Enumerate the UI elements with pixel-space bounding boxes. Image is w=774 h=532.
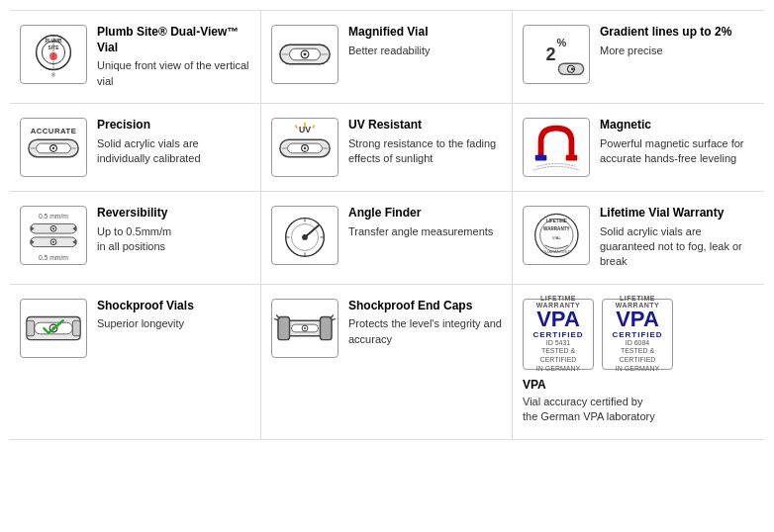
- feature-plumb-site: PLUMB SITE ® Plumb Site® Dual-View™ Vial…: [10, 11, 261, 104]
- vpa-desc: Vial accuracy certified by the German VP…: [523, 395, 754, 425]
- reversibility-icon: 0.5 mm/m 0.5 mm/m: [20, 206, 87, 265]
- svg-point-73: [304, 327, 306, 329]
- angle-desc: Transfer angle measurements: [348, 224, 502, 239]
- feature-vpa: LIFETIMEWARRANTY VPA CERTIFIED ID 5431 T…: [513, 285, 764, 440]
- caps-icon: [271, 299, 339, 358]
- vpa-badge2-logo: VPA: [616, 309, 659, 330]
- vpa-badge2-bottom: TESTED & CERTIFIEDIN GERMANY: [607, 346, 668, 373]
- lifetime-title: Lifetime Vial Warranty: [600, 206, 754, 222]
- reversibility-text: Reversibility Up to 0.5mm/m in all posit…: [97, 206, 250, 254]
- svg-rect-70: [320, 316, 332, 339]
- svg-point-11: [304, 53, 307, 56]
- gradient-text: Gradient lines up to 2% More precise: [600, 25, 754, 58]
- magnetic-icon: [523, 118, 590, 177]
- svg-text:GUARANTEED: GUARANTEED: [542, 249, 571, 254]
- magnified-title: Magnified Vial: [348, 25, 502, 41]
- magnified-desc: Better readability: [348, 44, 502, 58]
- svg-text:VIAL: VIAL: [551, 235, 561, 240]
- svg-point-42: [52, 241, 54, 243]
- svg-rect-66: [27, 320, 35, 335]
- svg-text:WARRANTY: WARRANTY: [543, 226, 569, 231]
- caps-desc: Protects the level's integrity and accur…: [348, 316, 502, 347]
- vpa-badge1-logo: VPA: [536, 309, 580, 330]
- caps-text: Shockproof End Caps Protects the level's…: [348, 299, 502, 347]
- shockproof-icon: [20, 299, 87, 358]
- svg-text:SITE: SITE: [48, 45, 60, 50]
- feature-magnetic: Magnetic Powerful magnetic surface for a…: [513, 104, 764, 192]
- svg-rect-34: [535, 155, 547, 161]
- percent-sign: %: [557, 37, 567, 48]
- uv-desc: Strong resistance to the fading effects …: [348, 136, 502, 167]
- vpa-badge-2: LIFETIMEWARRANTY VPA CERTIFIED ID 6084 T…: [602, 299, 673, 370]
- feature-uv: UV UV Resistant Strong resistance to the…: [261, 104, 513, 192]
- precision-desc: Solid acrylic vials are individually cal…: [97, 136, 250, 167]
- precision-text: Precision Solid acrylic vials are indivi…: [97, 118, 250, 166]
- svg-text:0.5 mm/m: 0.5 mm/m: [39, 213, 68, 220]
- feature-reversibility: 0.5 mm/m 0.5 mm/m Reversibility Up to 0.…: [10, 192, 261, 285]
- svg-text:0.5 mm/m: 0.5 mm/m: [39, 254, 68, 261]
- lifetime-desc: Solid acrylic vials are guaranteed not t…: [600, 224, 754, 270]
- angle-text: Angle Finder Transfer angle measurements: [348, 206, 502, 239]
- feature-caps: Shockproof End Caps Protects the level's…: [261, 285, 513, 440]
- svg-point-16: [571, 68, 574, 71]
- vpa-badge1-certified: CERTIFIED: [532, 330, 583, 339]
- gradient-icon: 2 %: [523, 25, 590, 84]
- feature-angle: Angle Finder Transfer angle measurements: [261, 192, 513, 285]
- svg-point-51: [302, 234, 308, 240]
- plumb-site-desc: Unique front view of the vertical vial: [97, 58, 250, 89]
- magnetic-desc: Powerful magnetic surface for accurate h…: [600, 136, 754, 167]
- precision-title: Precision: [97, 118, 250, 133]
- caps-title: Shockproof End Caps: [348, 299, 502, 314]
- reversibility-desc: Up to 0.5mm/m in all positions: [97, 224, 250, 255]
- vpa-badge-1: LIFETIMEWARRANTY VPA CERTIFIED ID 5431 T…: [523, 299, 594, 370]
- vpa-label: VPA: [523, 378, 754, 392]
- plumb-site-icon: PLUMB SITE ®: [20, 25, 87, 84]
- svg-text:LIFETIME: LIFETIME: [546, 219, 567, 223]
- lifetime-text: Lifetime Vial Warranty Solid acrylic via…: [600, 206, 754, 270]
- gradient-desc: More precise: [600, 44, 754, 58]
- precision-icon: ACCURATE: [20, 118, 87, 177]
- feature-gradient: 2 % Gradient lines up to 2% More precise: [513, 11, 764, 104]
- svg-point-28: [304, 147, 306, 149]
- svg-rect-69: [278, 316, 290, 339]
- plumb-site-text: Plumb Site® Dual-View™ Vial Unique front…: [97, 25, 250, 89]
- vpa-badges: LIFETIMEWARRANTY VPA CERTIFIED ID 5431 T…: [523, 299, 754, 370]
- svg-line-33: [295, 126, 297, 129]
- vpa-badge2-certified: CERTIFIED: [612, 330, 662, 339]
- svg-point-21: [52, 147, 54, 149]
- feature-lifetime: LIFETIME WARRANTY VIAL GUARANTEED Lifeti…: [513, 192, 764, 285]
- vpa-badge1-id: ID 5431: [546, 339, 571, 346]
- magnified-text: Magnified Vial Better readability: [348, 25, 502, 58]
- vpa-badge1-bottom: TESTED & CERTIFIEDIN GERMANY: [528, 346, 589, 373]
- svg-text:®: ®: [51, 72, 56, 78]
- vpa-badge2-id: ID 6084: [626, 339, 650, 346]
- gradient-title: Gradient lines up to 2%: [600, 25, 754, 41]
- feature-shockproof: Shockproof Vials Superior longevity: [10, 285, 261, 440]
- shockproof-desc: Superior longevity: [97, 316, 250, 331]
- svg-text:ACCURATE: ACCURATE: [31, 127, 77, 135]
- feature-precision: ACCURATE Precision Solid acrylic vials a…: [10, 104, 261, 192]
- plumb-site-title: Plumb Site® Dual-View™ Vial: [97, 25, 250, 55]
- feature-magnified: Magnified Vial Better readability: [261, 11, 513, 104]
- features-grid: PLUMB SITE ® Plumb Site® Dual-View™ Vial…: [10, 10, 764, 440]
- shockproof-text: Shockproof Vials Superior longevity: [97, 299, 250, 332]
- svg-point-39: [52, 227, 54, 229]
- warranty-icon: LIFETIME WARRANTY VIAL GUARANTEED: [523, 206, 590, 265]
- angle-title: Angle Finder: [348, 206, 502, 222]
- angle-icon: [271, 206, 339, 265]
- uv-icon: UV: [271, 118, 339, 177]
- reversibility-title: Reversibility: [97, 206, 250, 222]
- svg-rect-35: [566, 155, 578, 161]
- magnetic-text: Magnetic Powerful magnetic surface for a…: [600, 118, 754, 166]
- magnetic-title: Magnetic: [600, 118, 754, 133]
- magnified-vial-icon: [271, 25, 339, 84]
- svg-line-32: [313, 126, 315, 129]
- percent-value: 2: [546, 44, 556, 65]
- uv-text: UV Resistant Strong resistance to the fa…: [348, 118, 502, 166]
- svg-rect-67: [72, 320, 80, 335]
- uv-title: UV Resistant: [348, 118, 502, 133]
- shockproof-title: Shockproof Vials: [97, 299, 250, 314]
